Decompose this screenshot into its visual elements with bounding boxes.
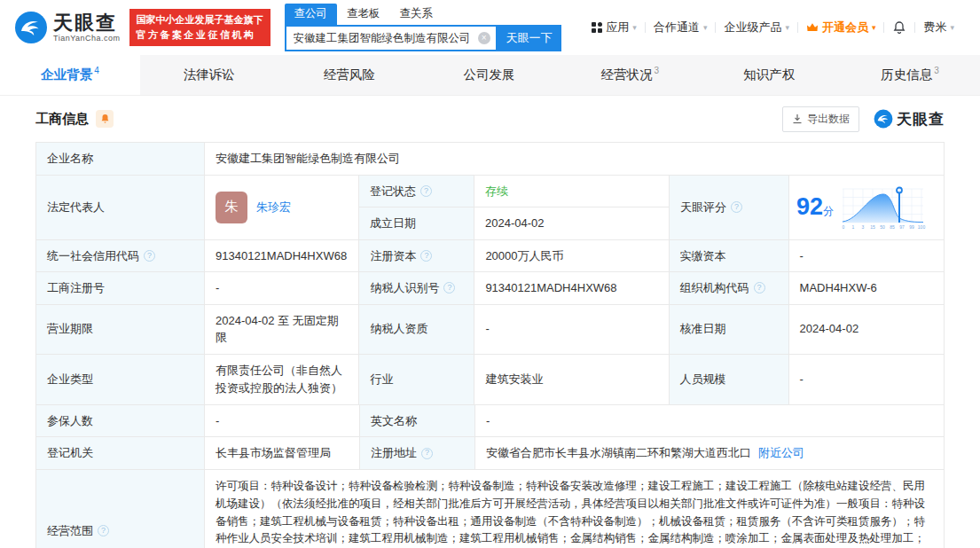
- business-term-label: 营业期限: [36, 305, 205, 354]
- tab-operation-risk[interactable]: 经营风险: [280, 55, 420, 95]
- username: 费米: [923, 20, 946, 35]
- tab-count: 3: [655, 66, 660, 75]
- help-icon[interactable]: [420, 185, 432, 197]
- tab-company-background[interactable]: 企业背景4: [0, 55, 140, 95]
- taxpayer-no-value: 91340121MADH4HXW68: [474, 272, 669, 304]
- reg-status-label: 登记状态: [359, 176, 474, 207]
- svg-text:3: 3: [862, 224, 865, 230]
- table-row: 登记机关 长丰县市场监督管理局 注册地址 安徽省合肥市长丰县水湖镇南二环和繁湖大…: [36, 437, 944, 470]
- svg-text:50: 50: [880, 224, 885, 230]
- menu-apps-label: 应用: [606, 20, 629, 35]
- search-input[interactable]: [294, 32, 478, 44]
- table-row: 工商注册号 - 纳税人识别号 91340121MADH4HXW68 组织机构代码…: [36, 272, 944, 305]
- legal-rep-link[interactable]: 朱珍宏: [256, 199, 291, 216]
- company-type-value: 有限责任公司（非自然人投资或控股的法人独资）: [205, 355, 359, 404]
- menu-enterprise-label: 企业级产品: [724, 20, 781, 35]
- paid-capital-value: -: [789, 240, 944, 272]
- tyc-score-label: 天眼评分: [670, 176, 789, 239]
- chevron-down-icon: ▾: [703, 23, 708, 32]
- table-row: 企业名称 安徽建工集团智能绿色制造有限公司: [36, 143, 944, 176]
- taxpayer-quality-value: -: [474, 305, 669, 354]
- menu-enterprise-products[interactable]: 企业级产品 ▾: [716, 20, 797, 35]
- tab-company-development[interactable]: 公司发展: [420, 55, 561, 95]
- subscribe-bell-icon[interactable]: [96, 110, 114, 128]
- credit-code-label: 统一社会信用代码: [36, 240, 205, 272]
- export-data-button[interactable]: 导出数据: [782, 106, 859, 132]
- help-icon[interactable]: [421, 448, 433, 459]
- official-badge: 国家中小企业发展子基金旗下 官方备案企业征信机构: [129, 9, 270, 46]
- tab-operation-status[interactable]: 经营状况3: [560, 55, 700, 95]
- tab-label: 经营风险: [324, 67, 375, 83]
- help-icon[interactable]: [443, 282, 455, 294]
- grid-icon: [592, 22, 602, 33]
- top-menu: 应用 ▾ 合作通道 ▾ 企业级产品 ▾ 开通会员 ▾ 费米 ▾: [584, 20, 962, 35]
- company-name-label: 企业名称: [36, 143, 205, 175]
- svg-text:1: 1: [852, 224, 855, 230]
- staff-size-label: 人员规模: [670, 355, 789, 404]
- legal-rep-avatar[interactable]: 朱: [216, 192, 247, 223]
- clear-search-icon[interactable]: ×: [478, 32, 490, 44]
- search-button[interactable]: 天眼一下: [498, 25, 561, 51]
- tab-intellectual-property[interactable]: 知识产权: [700, 55, 840, 95]
- insured-num-label: 参保人数: [36, 405, 205, 437]
- notification-bell-icon[interactable]: [884, 20, 914, 35]
- org-code-label: 组织机构代码: [670, 272, 789, 304]
- svg-text:100: 100: [918, 224, 926, 230]
- logo-title: 天眼查: [53, 12, 121, 34]
- tab-label: 经营状况: [601, 67, 653, 83]
- tab-label: 企业背景: [41, 67, 92, 83]
- tianyancha-watermark: 天眼查: [874, 109, 945, 129]
- staff-size-value: -: [789, 355, 944, 404]
- business-scope-value: 许可项目：特种设备设计；特种设备检验检测；特种设备制造；特种设备安装改造修理；建…: [205, 470, 944, 548]
- search-tabs: 查公司 查老板 查关系: [285, 4, 561, 25]
- org-code-value: MADH4HXW-6: [789, 272, 944, 304]
- svg-text:85: 85: [890, 224, 895, 230]
- badge-line1: 国家中小企业发展子基金旗下: [137, 12, 263, 27]
- crown-icon: [806, 22, 819, 33]
- business-term-value: 2024-04-02 至 无固定期限: [205, 305, 359, 354]
- top-header: 天眼查 TianYanCha.com 国家中小企业发展子基金旗下 官方备案企业征…: [0, 0, 980, 55]
- help-icon[interactable]: [144, 250, 155, 262]
- search-tab-boss[interactable]: 查老板: [337, 4, 390, 25]
- badge-line2: 官方备案企业征信机构: [137, 27, 263, 43]
- tab-legal-litigation[interactable]: 法律诉讼: [140, 55, 280, 95]
- company-name-value: 安徽建工集团智能绿色制造有限公司: [205, 143, 944, 175]
- search-tab-relation[interactable]: 查关系: [390, 4, 443, 25]
- logo-subtitle: TianYanCha.com: [53, 34, 121, 43]
- search-tab-company[interactable]: 查公司: [285, 4, 338, 25]
- reg-authority-value: 长丰县市场监督管理局: [205, 437, 360, 469]
- menu-user[interactable]: 费米 ▾: [915, 20, 962, 35]
- svg-text:99: 99: [909, 224, 914, 230]
- menu-cooperation-label: 合作通道: [654, 20, 700, 35]
- menu-vip[interactable]: 开通会员 ▾: [798, 20, 884, 35]
- score-unit: 分: [823, 203, 834, 219]
- english-name-label: 英文名称: [360, 405, 475, 437]
- nearby-companies-link[interactable]: 附近公司: [758, 444, 804, 462]
- help-icon[interactable]: [754, 282, 765, 294]
- reg-address-label: 注册地址: [360, 437, 475, 469]
- tianyancha-logo-icon: [14, 11, 48, 44]
- tyc-score-value[interactable]: 92 分 0 1 3: [789, 176, 944, 239]
- table-row: 法定代表人 朱 朱珍宏 登记状态 存续 成立日期 2024-04-02 天眼评分…: [36, 176, 944, 240]
- reg-capital-label: 注册资本: [359, 240, 474, 272]
- table-row: 参保人数 - 英文名称 -: [36, 405, 944, 438]
- tab-history-info[interactable]: 历史信息3: [840, 55, 980, 95]
- tianyancha-watermark-text: 天眼查: [897, 109, 945, 129]
- table-row: 统一社会信用代码 91340121MADH4HXW68 注册资本 20000万人…: [36, 240, 944, 273]
- legal-rep-label: 法定代表人: [36, 176, 205, 239]
- export-data-label: 导出数据: [807, 112, 850, 127]
- reg-no-value: -: [205, 272, 359, 304]
- help-icon[interactable]: [731, 201, 742, 213]
- reg-address-value: 安徽省合肥市长丰县水湖镇南二环和繁湖大道西北口 附近公司: [475, 437, 944, 469]
- taxpayer-quality-label: 纳税人资质: [359, 305, 474, 354]
- company-detail-tabbar: 企业背景4 法律诉讼 经营风险 公司发展 经营状况3 知识产权 历史信息3: [0, 55, 980, 96]
- menu-cooperation[interactable]: 合作通道 ▾: [646, 20, 716, 35]
- help-icon[interactable]: [420, 250, 432, 262]
- english-name-value: -: [475, 405, 944, 437]
- search-input-wrap: ×: [285, 25, 498, 51]
- help-icon[interactable]: [98, 525, 109, 536]
- tianyancha-logo[interactable]: 天眼查 TianYanCha.com: [14, 11, 121, 44]
- establish-date-label: 成立日期: [359, 207, 474, 239]
- tab-count: 3: [934, 66, 939, 75]
- menu-apps[interactable]: 应用 ▾: [584, 20, 645, 35]
